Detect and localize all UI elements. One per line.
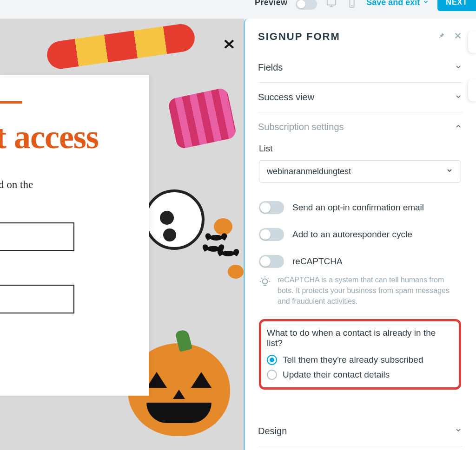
save-and-exit-label: Save and exit [366, 0, 420, 7]
decoration-ghost [144, 189, 205, 250]
radio-icon [267, 355, 277, 365]
section-subscription-toggle[interactable]: Subscription settings [258, 112, 462, 142]
recaptcha-toggle[interactable] [259, 255, 284, 268]
settings-panel: SIGNUP FORM Fields Success view Su [244, 19, 476, 450]
svg-rect-0 [327, 0, 336, 5]
page-canvas: ✕ t access sitors. You can build on the [0, 19, 244, 450]
radio-option-update-details[interactable]: Update their contact details [267, 370, 453, 380]
section-design[interactable]: Design [258, 417, 462, 446]
optin-switch-row: Send an opt-in confirmation email [259, 201, 461, 214]
section-block-settings[interactable]: Block settings [258, 446, 462, 450]
decoration-bat [210, 235, 222, 241]
mobile-preview-icon[interactable] [346, 0, 358, 10]
radio-icon [267, 370, 277, 380]
list-field-label: List [259, 143, 461, 154]
section-subscription-settings: Subscription settings List webinaranmeld… [258, 112, 462, 403]
chevron-down-icon [455, 426, 462, 436]
recaptcha-switch-row: reCAPTCHA [259, 255, 461, 268]
panel-title: SIGNUP FORM [258, 31, 340, 43]
section-success-view[interactable]: Success view [258, 83, 462, 112]
decoration-bat [222, 251, 234, 256]
list-select-value: webinaranmeldungtest [267, 167, 351, 176]
chevron-down-icon [446, 167, 453, 176]
decoration-pumpkin-small [214, 218, 232, 235]
recaptcha-hint: reCAPTCHA is a system that can tell huma… [259, 274, 461, 307]
popup-close-icon[interactable]: ✕ [223, 36, 236, 52]
accent-rule [0, 101, 22, 104]
signup-popup[interactable]: t access sitors. You can build on the [0, 75, 149, 396]
popup-input-field[interactable] [0, 285, 74, 313]
duplicate-question: What to do when a contact is already in … [267, 328, 453, 348]
side-tab[interactable] [468, 31, 476, 53]
chevron-down-icon [455, 63, 462, 72]
chevron-up-icon [455, 123, 462, 132]
preview-label: Preview [255, 0, 287, 7]
section-label: Fields [258, 62, 283, 73]
popup-input-field[interactable] [0, 222, 74, 251]
radio-label: Update their contact details [283, 370, 390, 380]
autoresponder-toggle[interactable] [259, 228, 284, 241]
chevron-down-icon [455, 93, 462, 102]
section-label: Subscription settings [258, 122, 344, 132]
pin-icon[interactable] [437, 32, 445, 42]
desktop-preview-icon[interactable] [325, 0, 337, 10]
preview-toggle[interactable] [296, 0, 317, 10]
lightbulb-icon [259, 275, 271, 307]
autoresponder-switch-row: Add to an autoresponder cycle [259, 228, 461, 241]
next-button[interactable]: NEXT [437, 0, 476, 11]
popup-body-fragment: sitors. You can build on the [0, 179, 149, 191]
panel-header: SIGNUP FORM [258, 31, 462, 43]
section-label: Design [258, 426, 287, 437]
subscription-settings-body: List webinaranmeldungtest Send an opt-in… [258, 142, 462, 403]
side-tab[interactable] [468, 79, 476, 101]
optin-toggle[interactable] [259, 201, 284, 214]
section-fields[interactable]: Fields [258, 53, 462, 83]
svg-point-2 [352, 6, 352, 6]
section-label: Success view [258, 92, 314, 103]
duplicate-contact-box: What to do when a contact is already in … [259, 319, 461, 390]
top-toolbar: Preview Save and exit NEXT [0, 0, 476, 19]
radio-option-already-subscribed[interactable]: Tell them they're already subscribed [267, 355, 453, 365]
decoration-pumpkin-small [228, 265, 244, 279]
optin-label: Send an opt-in confirmation email [292, 202, 424, 213]
close-panel-icon[interactable] [454, 32, 462, 42]
radio-label: Tell them they're already subscribed [283, 355, 423, 365]
popup-title-fragment: t access [0, 120, 149, 154]
list-select[interactable]: webinaranmeldungtest [259, 160, 461, 183]
svg-point-3 [263, 279, 268, 284]
save-and-exit-button[interactable]: Save and exit [366, 0, 429, 7]
recaptcha-hint-text: reCAPTCHA is a system that can tell huma… [278, 274, 461, 307]
recaptcha-label: reCAPTCHA [292, 256, 343, 267]
autoresponder-label: Add to an autoresponder cycle [292, 229, 412, 240]
chevron-down-icon [423, 0, 429, 7]
